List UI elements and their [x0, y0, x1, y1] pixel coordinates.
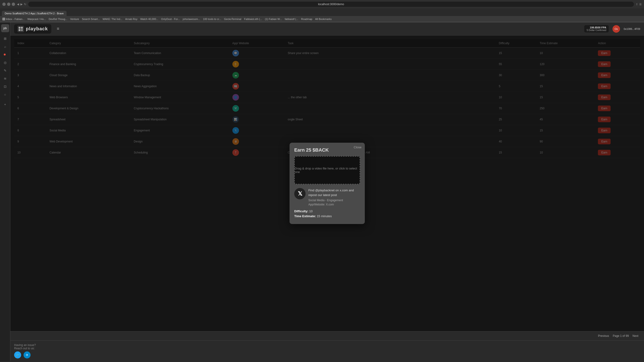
time-estimate-row: Time Estimate: 15 minutes: [294, 214, 360, 218]
footer-social: 🐦 ✈: [14, 352, 640, 359]
x-platform-logo: 𝕏: [298, 190, 302, 197]
bookmark-arnab[interactable]: Arnab Roy: [125, 18, 137, 20]
task-website: App/Website: X.com: [308, 203, 360, 206]
price-box: 199.8500 FPA 5 Dollar Confirmed: [584, 25, 608, 32]
user-avatar[interactable]: Ox: [612, 25, 620, 33]
task-category: Social Media - Engagement: [308, 199, 360, 202]
table-container: Index Category Subcategory App/ Website …: [10, 35, 644, 331]
bookmark-inbox[interactable]: Inbox - Fabian...: [2, 18, 25, 20]
modal-title: Earn 25 $BACK: [294, 147, 360, 153]
bookmark-search[interactable]: Search Smart...: [82, 18, 100, 20]
bookmark-100tools[interactable]: 100 tools to cr...: [203, 18, 221, 20]
difficulty-row: Difficulty: 10: [294, 209, 360, 213]
bookmark-gecko[interactable]: GeckoTerminal: [224, 18, 241, 20]
browser-min-btn[interactable]: [7, 2, 10, 6]
browser-topbar: ◀ ▶ ↻ localhost:3000/demo ⇧ ☰: [0, 0, 644, 8]
bookmark-venture[interactable]: Venture: [70, 18, 79, 20]
app-logo: playback: [14, 24, 51, 34]
difficulty-number: 10: [309, 209, 312, 213]
time-label: Time Estimate:: [294, 214, 316, 218]
sidebar-icon-edit[interactable]: ✎: [2, 67, 9, 74]
main-content: playback ≡ 199.8500 FPA 5 Dollar Confirm…: [10, 22, 644, 361]
app-container: pb ⊞ ⌕ ◎ ✎ ≋ ⊡ ○ + playback: [0, 22, 644, 361]
footer-reach-text: Reach out to us:: [14, 347, 640, 350]
bookmark-fabbaistf[interactable]: fabbaistf (...: [284, 18, 298, 20]
app-header: playback ≡ 199.8500 FPA 5 Dollar Confirm…: [10, 22, 644, 35]
hamburger-menu[interactable]: ≡: [55, 25, 62, 32]
svg-rect-2: [18, 29, 20, 31]
sidebar-icon-home[interactable]: ⊞: [2, 35, 9, 42]
time-minutes: 15 minutes: [317, 214, 332, 218]
modal-overlay: Close Earn 25 $BACK Drag & drop a video …: [10, 35, 644, 331]
bookmark-roadmap[interactable]: Roadmap: [301, 18, 312, 20]
forward-btn[interactable]: ▶: [20, 2, 22, 6]
previous-button[interactable]: Previous: [596, 333, 611, 339]
bookmark-warpcast[interactable]: Warpcast / Ho...: [28, 18, 46, 20]
task-meta: Difficulty: 10 Time Estimate: 15 minutes: [294, 209, 360, 218]
svg-rect-3: [21, 29, 23, 31]
next-button[interactable]: Next: [630, 333, 640, 339]
task-info: Find @playbacknet on x.com and repost ou…: [308, 188, 360, 206]
sidebar-logo: pb: [1, 24, 9, 32]
reload-btn[interactable]: ↻: [24, 2, 26, 6]
bookmarks-bar: Inbox - Fabian... Warpcast / Ho... DevRe…: [0, 16, 644, 22]
twitter-icon[interactable]: 🐦: [14, 352, 21, 359]
browser-controls: [2, 2, 15, 6]
svg-rect-0: [18, 27, 20, 29]
difficulty-label: Difficulty:: [294, 209, 308, 213]
bookmark-fabbaist[interactable]: Fabbaist.eth (...: [244, 18, 262, 20]
bookmark-onlydust[interactable]: OnlyDust - For...: [161, 18, 180, 20]
video-drop-zone[interactable]: Drag & drop a video file here, or click …: [294, 156, 360, 184]
footer-issue-text: Having an issue?: [14, 344, 640, 347]
bookmark-all[interactable]: All Bookmarks: [315, 18, 332, 20]
tab-bar: Demo Scaffold-ETH 2 App | Scaffold-ETH 2…: [0, 8, 644, 16]
browser-actions: ⇧ ☰: [636, 3, 642, 6]
browser-action-more[interactable]: ☰: [639, 3, 642, 6]
sidebar-icon-plus[interactable]: +: [2, 101, 9, 108]
app-footer: Having an issue? Reach out to us: 🐦 ✈: [10, 340, 644, 361]
price-sub: 5 Dollar Confirmed: [586, 29, 606, 31]
sidebar-icon-dot[interactable]: [2, 51, 9, 58]
modal-close-button[interactable]: Close: [354, 145, 362, 149]
logo-svg: [18, 26, 23, 31]
bookmark-fabian[interactable]: (1) Fabian W...: [265, 18, 282, 20]
user-address: 0x1086...4F09: [624, 27, 640, 30]
app-logo-text: playback: [26, 26, 48, 31]
page-info: Page 1 of 99: [613, 334, 629, 338]
active-tab[interactable]: Demo Scaffold-ETH 2 App | Scaffold-ETH 2…: [2, 11, 66, 16]
sidebar-icon-chart[interactable]: ≋: [2, 75, 9, 82]
browser-close-btn[interactable]: [2, 2, 6, 6]
task-detail: 𝕏 Find @playbacknet on x.com and repost …: [294, 188, 360, 206]
telegram-icon[interactable]: ✈: [24, 352, 30, 359]
pagination: Previous Page 1 of 99 Next: [10, 331, 644, 340]
task-website-label: App/Website:: [308, 203, 325, 206]
task-platform-icon: 𝕏: [294, 188, 306, 199]
sidebar-icon-grid[interactable]: ⊡: [2, 83, 9, 90]
browser-action-share[interactable]: ⇧: [636, 3, 638, 6]
bookmark-devrel[interactable]: DevRel Thoug...: [49, 18, 67, 20]
browser-max-btn[interactable]: [12, 2, 15, 6]
logo-icon: [18, 26, 24, 32]
sidebar-icons: pb ⊞ ⌕ ◎ ✎ ≋ ⊡ ○ +: [0, 22, 10, 361]
earn-modal: Close Earn 25 $BACK Drag & drop a video …: [290, 143, 365, 224]
task-website-value: X.com: [326, 203, 334, 206]
browser-chrome: ◀ ▶ ↻ localhost:3000/demo ⇧ ☰ Demo Scaff…: [0, 0, 644, 22]
sidebar-icon-circle[interactable]: ○: [2, 91, 9, 98]
bookmark-make[interactable]: MAKE: The Ind...: [103, 18, 122, 20]
sidebar-icon-eye[interactable]: ◎: [2, 59, 9, 66]
back-btn[interactable]: ◀: [17, 2, 19, 6]
bookmark-watch[interactable]: Watch 40,000...: [140, 18, 158, 20]
bookmark-joho[interactable]: joho/awesom...: [183, 18, 200, 20]
svg-rect-1: [21, 27, 23, 29]
price-value: 199.8500 FPA: [586, 26, 606, 29]
task-description: Find @playbacknet on x.com and repost ou…: [308, 188, 360, 197]
drop-zone-text: Drag & drop a video file here, or click …: [295, 167, 360, 174]
address-bar[interactable]: localhost:3000/demo: [28, 2, 634, 7]
sidebar-icon-search[interactable]: ⌕: [2, 43, 9, 50]
logo-pb-text: pb: [3, 26, 7, 30]
